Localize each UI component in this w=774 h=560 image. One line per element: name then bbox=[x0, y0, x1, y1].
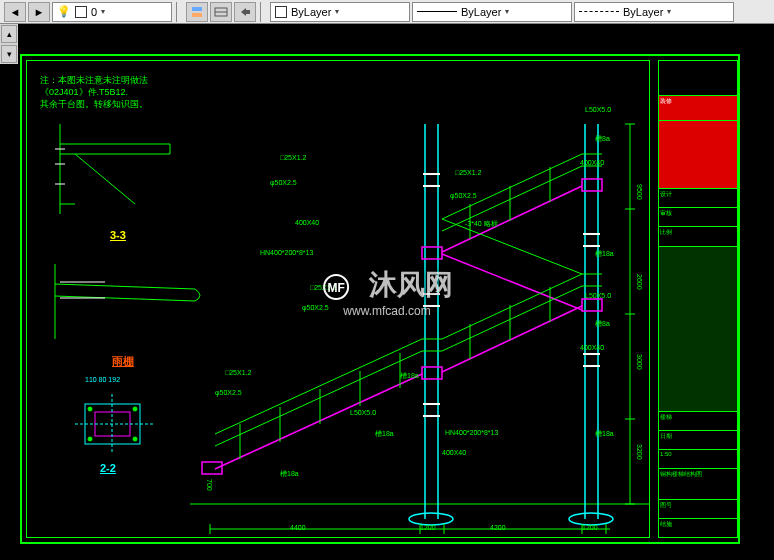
anno: 槽18a bbox=[375, 429, 394, 439]
linetype-selector[interactable]: ByLayer ▾ bbox=[412, 2, 572, 22]
bulb-icon: 💡 bbox=[57, 5, 71, 18]
svg-rect-1 bbox=[192, 13, 202, 17]
anno: □25X1.2 bbox=[225, 369, 251, 376]
anno: □25X1.2 bbox=[455, 169, 481, 176]
section-label-22: 2-2 bbox=[100, 462, 116, 474]
anno: φ50X2.5 bbox=[302, 304, 329, 311]
svg-line-49 bbox=[442, 254, 582, 310]
anno: -3*40 略标 bbox=[465, 219, 498, 229]
color-swatch-icon bbox=[275, 6, 287, 18]
tb-cell: 结施 bbox=[659, 519, 737, 537]
dim-text: 2600 bbox=[636, 274, 643, 290]
chevron-down-icon: ▾ bbox=[667, 7, 671, 16]
svg-line-10 bbox=[75, 154, 135, 204]
tb-cell: 楼梯 bbox=[659, 412, 737, 431]
color-label: ByLayer bbox=[291, 6, 331, 18]
dim-text: 1200 bbox=[420, 524, 436, 531]
separator bbox=[176, 2, 182, 22]
svg-point-25 bbox=[133, 437, 137, 441]
chevron-down-icon: ▾ bbox=[335, 7, 339, 16]
tb-cell: 1:50 bbox=[659, 450, 737, 469]
anno: φ50X2.5 bbox=[450, 192, 477, 199]
nav-up-button[interactable]: ▴ bbox=[1, 25, 17, 43]
dim-text: 700 bbox=[206, 479, 213, 491]
chevron-down-icon: ▾ bbox=[505, 7, 509, 16]
dim-text: 9500 bbox=[636, 184, 643, 200]
tb-cell: 审核 bbox=[659, 208, 737, 227]
anno: 400X40 bbox=[580, 159, 604, 166]
dim-text: 4200 bbox=[490, 524, 506, 531]
layer-name: 0 bbox=[91, 6, 97, 18]
nav-bar: ▴ ▾ bbox=[0, 24, 18, 64]
anno: φ50X2.5 bbox=[270, 179, 297, 186]
linetype-label: ByLayer bbox=[461, 6, 501, 18]
chevron-down-icon: ▾ bbox=[101, 7, 105, 16]
tb-cell: 钢构楼梯结构图 bbox=[659, 469, 737, 499]
svg-rect-53 bbox=[202, 462, 222, 474]
note-line: 《02J401》件.T5B12. bbox=[40, 86, 148, 98]
layer-states-button[interactable] bbox=[210, 2, 232, 22]
anno: HN400*200*8*13 bbox=[260, 249, 313, 256]
anno: 400X40 bbox=[580, 344, 604, 351]
tb-cell: 设计 bbox=[659, 189, 737, 208]
section-label-33: 3-3 bbox=[110, 229, 126, 241]
top-toolbar: ◄ ► 💡 0 ▾ ByLayer ▾ ByLayer ▾ ByLayer ▾ bbox=[0, 0, 774, 24]
tb-cell bbox=[659, 61, 737, 96]
linetype-preview-icon bbox=[417, 11, 457, 12]
layer-prev-icon bbox=[238, 5, 252, 19]
separator bbox=[260, 2, 266, 22]
anno: 槽8a bbox=[595, 319, 610, 329]
anno: 槽18a bbox=[595, 429, 614, 439]
anno: □25X1.2 bbox=[280, 154, 306, 161]
svg-rect-0 bbox=[192, 7, 202, 11]
detail-22 bbox=[60, 384, 170, 459]
anno: □25X1.2 bbox=[310, 284, 336, 291]
layer-selector[interactable]: 💡 0 ▾ bbox=[52, 2, 172, 22]
color-selector[interactable]: ByLayer ▾ bbox=[270, 2, 410, 22]
tb-cell: 比例 bbox=[659, 227, 737, 246]
svg-point-24 bbox=[88, 437, 92, 441]
note-line: 其余干台图。转移知识国。 bbox=[40, 98, 148, 110]
dim-text: 3200 bbox=[636, 444, 643, 460]
layer-color-swatch bbox=[75, 6, 87, 18]
anno: HN400*200*8*13 bbox=[445, 429, 498, 436]
dim-text: 3000 bbox=[636, 354, 643, 370]
anno: 400X40 bbox=[442, 449, 466, 456]
anno: L50X5.0 bbox=[350, 409, 376, 416]
lineweight-selector[interactable]: ByLayer ▾ bbox=[574, 2, 734, 22]
layers-icon bbox=[190, 5, 204, 19]
svg-line-45 bbox=[215, 374, 422, 469]
fwd-button[interactable]: ► bbox=[28, 2, 50, 22]
layer-properties-button[interactable] bbox=[186, 2, 208, 22]
tb-cell: 图号 bbox=[659, 500, 737, 519]
back-button[interactable]: ◄ bbox=[4, 2, 26, 22]
layer-prev-button[interactable] bbox=[234, 2, 256, 22]
drawing-note: 注：本图未注意未注明做法 《02J401》件.T5B12. 其余干台图。转移知识… bbox=[40, 74, 148, 110]
tb-cell-red bbox=[659, 121, 737, 189]
anno: 400X40 bbox=[295, 219, 319, 226]
svg-marker-4 bbox=[241, 8, 246, 16]
svg-line-16 bbox=[55, 284, 195, 289]
anno: 槽18a bbox=[400, 371, 419, 381]
svg-rect-5 bbox=[246, 10, 250, 14]
anno: 槽8a bbox=[595, 134, 610, 144]
lineweight-preview-icon bbox=[579, 11, 619, 12]
nav-down-button[interactable]: ▾ bbox=[1, 45, 17, 63]
dim-text: 110 80 192 bbox=[85, 376, 120, 383]
tb-cell: 日期 bbox=[659, 431, 737, 450]
anno: L50X5.0 bbox=[585, 292, 611, 299]
svg-line-47 bbox=[442, 306, 582, 372]
anno: 槽18a bbox=[280, 469, 299, 479]
svg-point-23 bbox=[133, 407, 137, 411]
stair-elevation bbox=[190, 74, 650, 544]
drawing-canvas[interactable]: ▴ ▾ 装修 设计 审核 比例 楼梯 日期 1:50 钢构楼梯结构图 图号 结施… bbox=[0, 24, 774, 560]
detail-33 bbox=[50, 114, 190, 224]
dim-text: 1200 bbox=[582, 524, 598, 531]
note-line: 注：本图未注意未注明做法 bbox=[40, 74, 148, 86]
layer-states-icon bbox=[214, 5, 228, 19]
title-block: 装修 设计 审核 比例 楼梯 日期 1:50 钢构楼梯结构图 图号 结施 bbox=[658, 60, 738, 538]
anno: L50X5.0 bbox=[585, 106, 611, 113]
svg-point-22 bbox=[88, 407, 92, 411]
section-label-rain: 雨棚 bbox=[112, 354, 134, 369]
tb-cell bbox=[659, 247, 737, 412]
